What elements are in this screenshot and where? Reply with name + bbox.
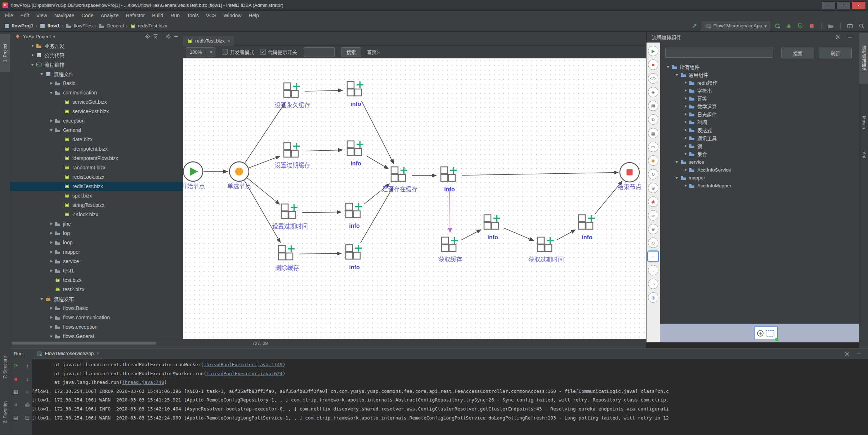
minimize-button[interactable]: —: [821, 1, 836, 9]
palette-icon-infinity[interactable]: ∞: [648, 210, 658, 221]
tree-item-log[interactable]: log: [10, 228, 183, 238]
gear-icon[interactable]: [834, 33, 842, 41]
tree-item-basic[interactable]: Basic: [10, 79, 183, 88]
tree-item-randomint.bizx[interactable]: randomInt.bizx: [10, 163, 183, 172]
breadcrumb-item[interactable]: General: [99, 23, 124, 29]
tree-item--[interactable]: 公共代码: [10, 50, 183, 60]
tree-arrow-icon[interactable]: [682, 97, 689, 100]
project-panel-title[interactable]: YuSp Project: [23, 34, 51, 39]
palette-icon-loop[interactable]: ↻: [648, 169, 658, 179]
palette-icon-rows[interactable]: ▤: [648, 101, 658, 111]
tree-arrow-icon[interactable]: [682, 145, 689, 147]
palette-icon-code[interactable]: </>: [648, 73, 658, 84]
palette-icon-hollow-diamond[interactable]: ◇: [648, 238, 658, 248]
tree-item-spel.bizx[interactable]: spel.bizx: [10, 191, 183, 200]
tree-item-service[interactable]: service: [10, 257, 183, 266]
tree-arrow-icon[interactable]: [48, 333, 55, 339]
flow-canvas[interactable]: 开始节点单选节点设置永久缓存info设置过期缓存info设置过期时间info删除…: [183, 58, 646, 339]
tree-item-general[interactable]: General: [10, 125, 183, 135]
run-control-dump-threads-icon[interactable]: ▦: [12, 388, 20, 396]
tree-item-test.bizx[interactable]: test.bizx: [10, 275, 183, 285]
run-control-collapse-all-icon[interactable]: ⊟: [23, 414, 31, 422]
run-control-down-stack-icon[interactable]: ↓: [23, 375, 31, 383]
tab-redistest-bizx[interactable]: redisTest.bizx ×: [183, 36, 234, 46]
tree-item-idempotentflow.bizx[interactable]: idempotentFlow.bizx: [10, 154, 183, 163]
tree-item-servicepost.bizx[interactable]: servicePost.bizx: [10, 107, 183, 116]
canvas-search-button[interactable]: 搜索: [341, 47, 361, 57]
tree-arrow-icon[interactable]: [48, 241, 55, 244]
palette-icon-both-arrow[interactable]: ⇔: [648, 251, 658, 262]
run-control-rerun-icon[interactable]: ⟳: [12, 362, 20, 370]
tree-item-zklock.bizx[interactable]: ZKlock.bizx: [10, 210, 183, 219]
run-button[interactable]: [773, 22, 782, 30]
palette-icon-grid[interactable]: ▦: [648, 128, 658, 138]
tree-item-acctinfoservice[interactable]: AcctInfoService: [662, 166, 858, 174]
coverage-button[interactable]: [796, 22, 805, 30]
tree-arrow-icon[interactable]: [682, 113, 689, 116]
flow-edge[interactable]: [305, 90, 343, 91]
stacktrace-link[interactable]: ThreadPoolExecutor.java:1149: [203, 362, 282, 367]
flow-edge[interactable]: [245, 103, 285, 163]
sidebar-item-maven[interactable]: Maven: [859, 108, 868, 137]
component-search-input[interactable]: [665, 48, 773, 58]
breadcrumb-item[interactable]: redisTest.bizx: [130, 23, 167, 29]
flow-edge[interactable]: [362, 101, 394, 164]
build-hammer-icon[interactable]: [690, 22, 699, 30]
sidebar-item-project[interactable]: 1: Project: [0, 34, 10, 72]
sidebar-item-flow-components[interactable]: 流程编排组件: [859, 33, 868, 84]
palette-icon-plus[interactable]: ⊕: [648, 183, 658, 193]
flow-edge[interactable]: [366, 156, 388, 169]
tree-item-serviceget.bizx[interactable]: serviceGet.bizx: [10, 97, 183, 107]
tree-arrow-icon[interactable]: [673, 175, 680, 181]
tree-arrow-icon[interactable]: [673, 159, 680, 165]
flow-node-getcache[interactable]: 获取缓存: [438, 237, 462, 263]
palette-icon-dot-orange[interactable]: ◉: [648, 155, 658, 166]
tree-item--[interactable]: 流程发布: [10, 294, 183, 303]
flow-edge[interactable]: [299, 253, 341, 254]
palette-icon-diamond[interactable]: ◈: [648, 87, 658, 97]
breadcrumb-item[interactable]: flowFiles: [66, 23, 93, 29]
tree-arrow-icon[interactable]: [48, 260, 55, 263]
run-control-print-icon[interactable]: ⎙: [23, 401, 31, 409]
tree-arrow-icon[interactable]: [48, 127, 55, 133]
menu-item-window[interactable]: Window: [220, 13, 245, 18]
flow-edge[interactable]: [245, 181, 281, 243]
tree-item--[interactable]: 流程文件: [10, 69, 183, 79]
flow-node-info7[interactable]: info: [578, 215, 595, 240]
dev-mode-checkbox[interactable]: [222, 49, 228, 55]
menu-item-code[interactable]: Code: [78, 13, 97, 18]
palette-icon-dashed-arrow[interactable]: ⇢: [648, 279, 658, 289]
stop-button[interactable]: [807, 22, 816, 30]
tree-arrow-icon[interactable]: [48, 82, 55, 85]
tree-arrow-icon[interactable]: [38, 71, 45, 77]
tree-item-redistest.bizx[interactable]: redisTest.bizx: [10, 182, 183, 191]
search-everywhere-icon[interactable]: [857, 22, 866, 30]
tree-arrow-icon[interactable]: [48, 119, 55, 122]
tree-arrow-icon[interactable]: [682, 137, 689, 139]
tree-item--[interactable]: 锁: [662, 142, 858, 150]
run-control-history-icon[interactable]: ▤: [12, 414, 20, 422]
menu-item-refactor[interactable]: Refactor: [122, 13, 148, 18]
tree-arrow-icon[interactable]: [682, 105, 689, 108]
flow-node-info1[interactable]: info: [347, 81, 363, 107]
zoom-select[interactable]: 100% ▾: [186, 47, 215, 57]
tree-item--[interactable]: 集合: [662, 150, 858, 158]
palette-icon-target[interactable]: ◎: [648, 292, 658, 303]
flow-node-end[interactable]: 结束节点: [618, 163, 641, 190]
stacktrace-link[interactable]: ThreadPoolExecutor.java:624: [206, 371, 282, 376]
flow-node-del[interactable]: 删除缓存: [275, 245, 299, 271]
tree-item-idempotent.bizx[interactable]: idempotent.bizx: [10, 144, 183, 154]
tree-item-redis-[interactable]: redis操作: [662, 79, 858, 86]
tree-item-communication[interactable]: communication: [10, 88, 183, 97]
close-icon[interactable]: ×: [96, 351, 99, 356]
tree-item--[interactable]: 字符串: [662, 86, 858, 94]
sidebar-item-structure[interactable]: 7: Structure: [0, 346, 10, 389]
tree-arrow-icon[interactable]: [48, 325, 55, 328]
palette-icon-stop[interactable]: ■: [648, 59, 658, 70]
tree-arrow-icon[interactable]: [682, 168, 689, 171]
tree-arrow-icon[interactable]: [682, 152, 689, 155]
tree-arrow-icon[interactable]: [48, 90, 55, 96]
tree-arrow-icon[interactable]: [48, 269, 55, 272]
tree-item--[interactable]: 通用组件: [662, 71, 858, 79]
tree-item-mapper[interactable]: mapper: [10, 247, 183, 257]
